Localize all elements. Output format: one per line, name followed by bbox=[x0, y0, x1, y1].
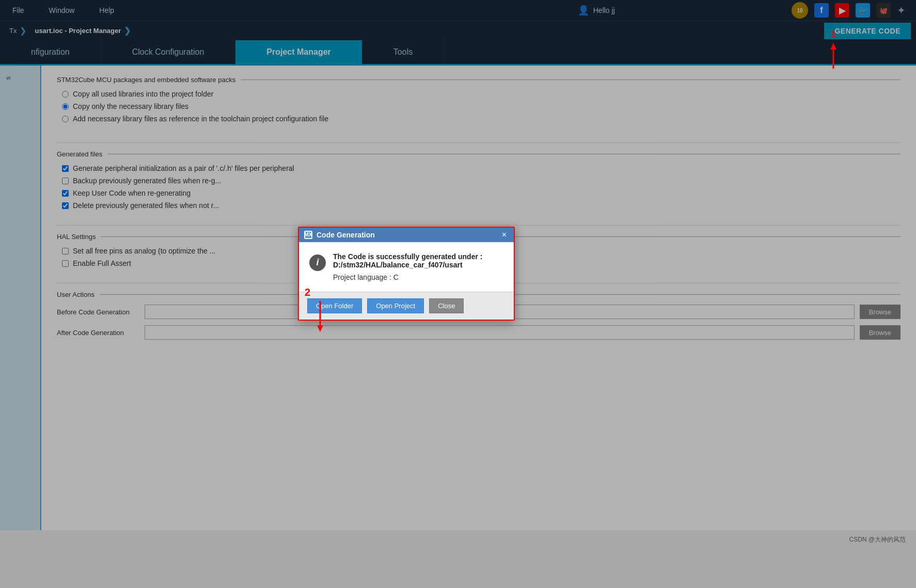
modal-path-text: D:/stm32/HAL/balance_car_f407/usart bbox=[333, 261, 482, 269]
modal-message: The Code is successfully generated under… bbox=[333, 252, 482, 281]
open-project-button[interactable]: Open Project bbox=[367, 298, 424, 313]
modal-body: i The Code is successfully generated und… bbox=[299, 242, 514, 292]
modal-info-row: i The Code is successfully generated und… bbox=[309, 252, 503, 281]
modal-lang-text: Project language : C bbox=[333, 273, 482, 281]
close-button[interactable]: Close bbox=[429, 298, 464, 313]
modal-footer: Open Folder Open Project Close bbox=[299, 292, 514, 320]
modal-close-button[interactable]: × bbox=[500, 231, 509, 239]
open-folder-button[interactable]: Open Folder bbox=[307, 298, 362, 313]
info-icon: i bbox=[309, 255, 326, 271]
modal-title-text: Code Generation bbox=[317, 231, 496, 239]
modal-success-text: The Code is successfully generated under… bbox=[333, 252, 482, 261]
modal-dialog: MX Code Generation × i The Code is succe… bbox=[298, 227, 515, 321]
modal-overlay: MX Code Generation × i The Code is succe… bbox=[0, 0, 916, 588]
modal-title-icon: MX bbox=[304, 231, 312, 239]
modal-titlebar: MX Code Generation × bbox=[299, 228, 514, 242]
